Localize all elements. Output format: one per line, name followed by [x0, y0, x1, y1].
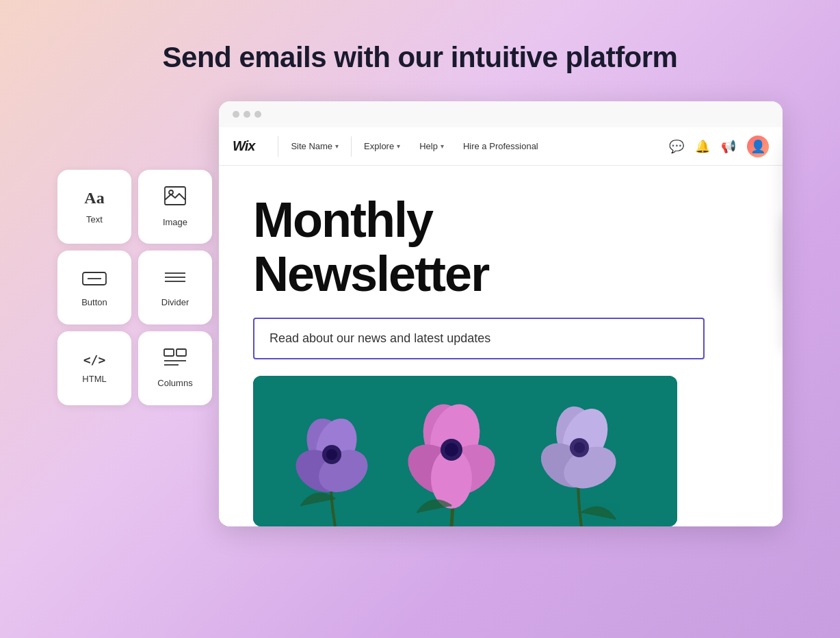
image-icon — [164, 186, 186, 210]
editor-content: Monthly Newsletter Read about our news a… — [219, 166, 783, 526]
editor-window: Wix Site Name ▾ Explore ▾ Help ▾ Hire a … — [219, 101, 783, 526]
button-icon — [82, 268, 107, 290]
site-name-label: Site Name — [291, 141, 332, 151]
newsletter-line2: Newsletter — [253, 246, 488, 301]
text-icon: Aa — [84, 189, 104, 207]
flower-image — [253, 376, 677, 526]
svg-rect-0 — [165, 187, 185, 205]
svg-rect-7 — [164, 349, 174, 356]
help-chevron: ▾ — [441, 142, 444, 150]
html-icon: </> — [83, 353, 106, 367]
subtitle-text: Read about our news and latest updates — [270, 331, 490, 345]
nav-site-name[interactable]: Site Name ▾ — [281, 136, 348, 157]
site-name-chevron: ▾ — [335, 142, 339, 150]
window-dot-1 — [233, 111, 239, 118]
nav-actions: 💬 🔔 📢 👤 — [669, 136, 769, 157]
bell-icon[interactable]: 🔔 — [695, 139, 710, 154]
columns-icon — [163, 348, 187, 371]
svg-rect-8 — [176, 349, 186, 356]
nav-divider-1 — [278, 136, 278, 157]
main-container: Aa Text Image Button — [57, 101, 783, 526]
divider-icon — [163, 268, 187, 290]
nav-divider-2 — [351, 136, 352, 157]
svg-point-17 — [326, 449, 337, 460]
tool-divider[interactable]: Divider — [138, 251, 212, 324]
svg-point-30 — [574, 442, 585, 453]
page-title: Send emails with our intuitive platform — [163, 41, 678, 74]
tool-image[interactable]: Image — [138, 170, 212, 244]
left-panels: Aa Text Image Button — [57, 170, 212, 405]
hire-label: Hire a Professional — [463, 141, 538, 151]
explore-label: Explore — [364, 141, 394, 151]
tool-button[interactable]: Button — [57, 251, 131, 324]
tool-columns-label: Columns — [157, 378, 192, 388]
tool-columns[interactable]: Columns — [138, 331, 212, 405]
explore-chevron: ▾ — [397, 142, 400, 150]
subtitle-box[interactable]: Read about our news and latest updates — [253, 318, 705, 359]
chat-icon[interactable]: 💬 — [669, 139, 684, 154]
window-dot-2 — [244, 111, 250, 118]
user-avatar[interactable]: 👤 — [747, 136, 769, 157]
nav-hire[interactable]: Hire a Professional — [454, 136, 548, 157]
help-label: Help — [419, 141, 438, 151]
newsletter-title: Monthly Newsletter — [253, 193, 748, 301]
editor-topbar — [219, 101, 783, 127]
tool-divider-label: Divider — [161, 297, 189, 307]
tool-button-label: Button — [81, 297, 107, 307]
wix-logo: Wix — [233, 138, 254, 154]
nav-explore[interactable]: Explore ▾ — [354, 136, 410, 157]
tool-text[interactable]: Aa Text — [57, 170, 131, 244]
tool-html-label: HTML — [82, 374, 106, 384]
tool-html[interactable]: </> HTML — [57, 331, 131, 405]
megaphone-icon[interactable]: 📢 — [721, 139, 736, 154]
tool-image-label: Image — [163, 217, 187, 227]
window-dot-3 — [254, 111, 261, 118]
newsletter-line1: Monthly — [253, 192, 432, 247]
svg-point-24 — [445, 443, 458, 457]
tool-text-label: Text — [86, 214, 103, 225]
nav-help[interactable]: Help ▾ — [410, 136, 454, 157]
editor-navbar: Wix Site Name ▾ Explore ▾ Help ▾ Hire a … — [219, 127, 783, 166]
